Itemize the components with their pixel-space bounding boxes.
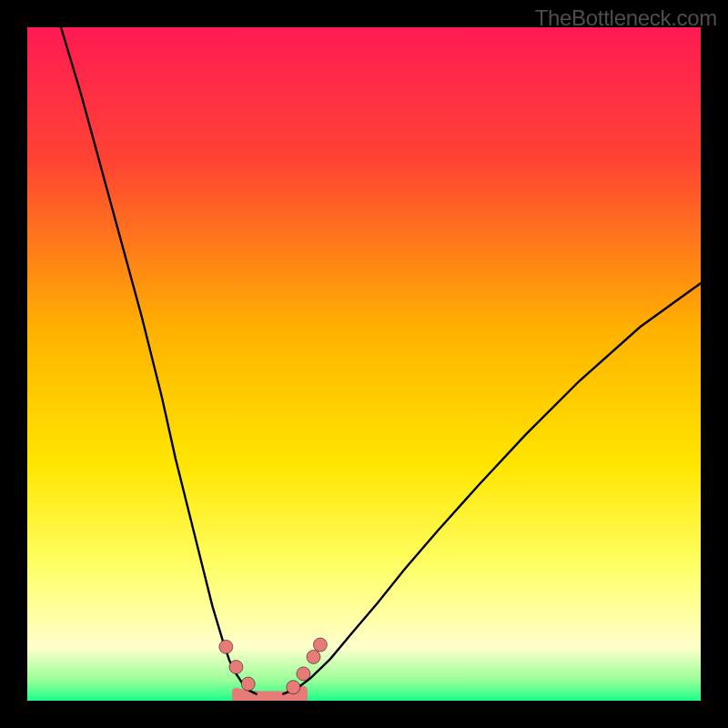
plot-area: [27, 27, 701, 701]
marker-left-dots: [241, 677, 255, 691]
marker-right-dots: [307, 650, 320, 663]
marker-left-dots: [219, 640, 233, 653]
marker-left-dots: [229, 661, 243, 674]
marker-right-dots: [297, 667, 310, 681]
marker-right-dots: [313, 638, 327, 652]
chart-svg: [27, 27, 701, 701]
marker-right-dots: [287, 681, 300, 694]
chart-frame: TheBottleneck.com: [0, 0, 728, 728]
